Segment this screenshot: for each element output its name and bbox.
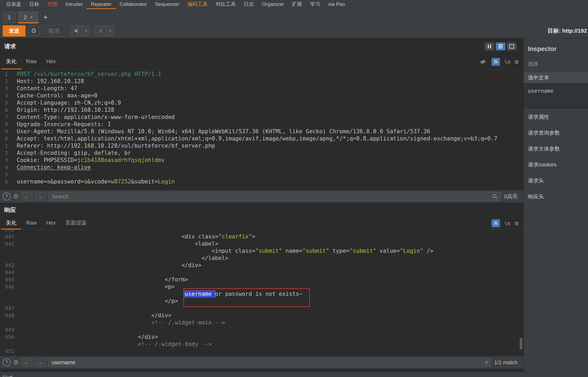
hide-headers-eye-slash-icon[interactable] <box>479 58 487 66</box>
code-line[interactable]: 2Host: 192.168.10.128 <box>0 78 523 85</box>
help-icon[interactable]: ? <box>3 358 11 366</box>
inspector-section-请求查询参数[interactable]: 请求查询参数 <box>524 125 588 141</box>
request-editor[interactable]: 1POST /vul/burteforce/bf_server.php HTTP… <box>0 70 523 190</box>
search-next-button[interactable]: → <box>35 192 46 201</box>
inspector-section-请求头[interactable]: 请求头 <box>524 173 588 189</box>
search-settings-gear-icon[interactable]: ⚙ <box>13 193 19 200</box>
repeater-tab-1[interactable]: 1 <box>2 11 17 23</box>
code-line[interactable]: 4Connection: keep-alive <box>0 164 523 171</box>
response-tab-Hex[interactable]: Hex <box>41 217 61 229</box>
code-line[interactable]: 6Origin: http://192.168.10.128 <box>0 106 523 114</box>
code-line[interactable]: </p> <box>0 298 523 305</box>
code-line[interactable]: 943</div> <box>0 262 523 269</box>
request-header: 请求 <box>0 38 523 54</box>
code-line[interactable]: 951 <box>0 348 523 355</box>
code-line[interactable]: 1Referer: http://192.168.10.128/vul/burt… <box>0 142 523 149</box>
code-token: User-Agent: Mozilla/5.0 (Windows NT 10.0… <box>17 128 430 135</box>
response-scrollbar-thumb[interactable] <box>520 338 522 349</box>
code-line[interactable]: 8Upgrade-Insecure-Requests: 1 <box>0 121 523 128</box>
history-forward-button[interactable]: > <box>94 25 107 36</box>
rows-layout-button[interactable] <box>496 42 505 50</box>
menu-item-Repeater[interactable]: Repeater <box>87 0 115 9</box>
code-line[interactable]: 945</form> <box>0 276 523 283</box>
code-line[interactable]: <!-- /.widget-body --> <box>0 341 523 348</box>
code-line[interactable]: 950</div> <box>0 333 523 341</box>
code-line[interactable]: 949 <box>0 326 523 333</box>
code-line[interactable]: username or password is not exists~ <box>0 290 523 298</box>
columns-icon <box>488 45 489 48</box>
code-line[interactable]: <!-- /.widget-main --> <box>0 319 523 326</box>
word-wrap-icon[interactable] <box>492 219 500 227</box>
response-tab-美化[interactable]: 美化 <box>1 217 21 229</box>
menu-item-xia Pao[interactable]: xia Pao <box>324 0 349 9</box>
search-settings-gear-icon[interactable]: ⚙ <box>13 359 19 366</box>
repeater-tab-2[interactable]: 2× <box>18 11 39 23</box>
send-settings-button[interactable]: ⚙ <box>28 26 39 36</box>
code-line[interactable]: 6username=a&password=a&vcode=w87252&subm… <box>0 178 523 185</box>
search-next-button[interactable]: → <box>35 358 46 367</box>
code-line[interactable]: <input class="submit" name="submit" type… <box>0 247 523 255</box>
code-line[interactable]: 941<div class="clearfix"> <box>0 233 523 240</box>
menu-item-Organizer[interactable]: Organizer <box>258 0 288 9</box>
response-editor-menu-icon[interactable]: ≡ <box>515 219 519 228</box>
code-line[interactable]: 4Cache-Control: max-age=0 <box>0 92 523 99</box>
request-tab-Raw[interactable]: Raw <box>21 54 41 69</box>
code-line[interactable]: 2Accept-Encoding: gzip, deflate, br <box>0 149 523 157</box>
clear-search-icon[interactable]: × <box>485 359 488 365</box>
code-line[interactable]: 1POST /vul/burteforce/bf_server.php HTTP… <box>0 71 523 78</box>
code-line[interactable]: 948</div> <box>0 312 523 319</box>
new-tab-button[interactable]: + <box>39 13 52 21</box>
help-icon[interactable]: ? <box>3 192 11 200</box>
code-line[interactable]: 947 <box>0 305 523 312</box>
code-line[interactable]: 5 <box>0 171 523 178</box>
request-editor-menu-icon[interactable]: ≡ <box>515 58 519 66</box>
response-tab-Raw[interactable]: Raw <box>21 217 41 229</box>
history-back-button[interactable]: < <box>70 25 82 36</box>
request-tab-Hex[interactable]: Hex <box>41 54 61 69</box>
history-back-dropdown[interactable]: ▾ <box>82 25 90 36</box>
code-line[interactable]: 942<label> <box>0 240 523 247</box>
word-wrap-icon[interactable] <box>492 58 500 66</box>
menu-item-对比工具[interactable]: 对比工具 <box>212 0 240 9</box>
code-line[interactable]: 946<p> <box>0 283 523 290</box>
code-line[interactable]: 940 <box>0 230 523 233</box>
code-line[interactable]: 9User-Agent: Mozilla/5.0 (Windows NT 10.… <box>0 128 523 135</box>
columns-layout-button[interactable] <box>485 42 494 50</box>
code-line[interactable]: </label> <box>0 255 523 262</box>
search-prev-button[interactable]: ← <box>21 358 32 367</box>
single-layout-button[interactable] <box>507 42 516 50</box>
code-line[interactable]: 7Content-Type: application/x-www-form-ur… <box>0 114 523 121</box>
menu-item-Intruder[interactable]: Intruder <box>61 0 87 9</box>
line-number: 4 <box>0 164 9 171</box>
code-line[interactable]: 3Cookie: PHPSESSID=jc1b4188oasadrhfqsqjo… <box>0 157 523 164</box>
response-editor[interactable]: 940941<div class="clearfix">942<label><i… <box>0 230 523 356</box>
response-search-input[interactable] <box>48 358 491 367</box>
tab-close-icon[interactable]: × <box>30 14 33 20</box>
inspector-section-请求cookies[interactable]: 请求cookies <box>524 157 588 173</box>
response-tab-页面渲染[interactable]: 页面渲染 <box>61 217 91 229</box>
code-line[interactable]: 944 <box>0 269 523 276</box>
inspector-section-请求属性[interactable]: 请求属性 <box>524 109 588 125</box>
code-line[interactable]: 5Accept-Language: zh-CN,zh;q=0.9 <box>0 99 523 106</box>
menu-item-日志[interactable]: 日志 <box>240 0 258 9</box>
code-token: </label> <box>201 255 228 261</box>
menu-item-Sequencer[interactable]: Sequencer <box>151 0 183 9</box>
code-line[interactable]: 3Content-Length: 47 <box>0 85 523 92</box>
send-button[interactable]: 发送 <box>3 25 26 37</box>
newline-toggle[interactable]: \n <box>504 220 510 226</box>
menu-item-扩展[interactable]: 扩展 <box>288 0 306 9</box>
search-prev-button[interactable]: ← <box>21 192 32 201</box>
inspector-section-响应头[interactable]: 响应头 <box>524 189 588 205</box>
inspector-section-请求主体参数[interactable]: 请求主体参数 <box>524 141 588 157</box>
menu-item-学习[interactable]: 学习 <box>306 0 324 9</box>
newline-toggle[interactable]: \n <box>504 59 510 65</box>
request-search-input[interactable] <box>48 192 501 201</box>
history-forward-dropdown[interactable]: ▾ <box>107 25 114 36</box>
code-line[interactable]: 0Accept: text/html,application/xhtml+xml… <box>0 135 523 142</box>
menu-item-代理[interactable]: 代理 <box>43 0 61 9</box>
cancel-button[interactable]: 取消 <box>42 25 66 37</box>
request-tab-美化[interactable]: 美化 <box>1 54 21 69</box>
menu-item-编码工具[interactable]: 编码工具 <box>183 0 212 9</box>
menu-item-Collaborator[interactable]: Collaborator <box>116 0 151 9</box>
inspector-selected-text-header[interactable]: 选中文本 <box>524 72 588 83</box>
